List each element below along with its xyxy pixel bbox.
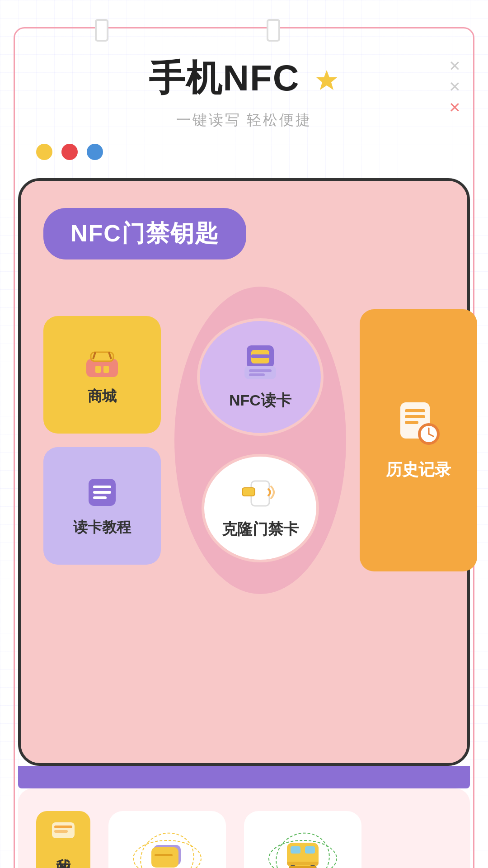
left-column: 商城 读卡教程 bbox=[43, 316, 161, 565]
shop-label: 商城 bbox=[88, 387, 117, 406]
svg-rect-19 bbox=[405, 415, 425, 418]
svg-rect-12 bbox=[244, 366, 276, 379]
svg-rect-20 bbox=[405, 421, 418, 424]
access-card-button[interactable]: 门禁卡 bbox=[108, 811, 226, 868]
clone-button[interactable]: 克隆门禁卡 bbox=[202, 454, 319, 562]
nfc-read-button[interactable]: NFC读卡 bbox=[197, 318, 324, 436]
svg-rect-16 bbox=[242, 488, 255, 496]
nfc-read-icon bbox=[235, 343, 285, 384]
svg-rect-37 bbox=[291, 846, 300, 854]
close-icon-2[interactable]: ✕ bbox=[449, 80, 461, 94]
nfc-read-label: NFC读卡 bbox=[229, 390, 291, 411]
dot-yellow bbox=[36, 144, 52, 160]
svg-rect-8 bbox=[93, 496, 107, 499]
svg-rect-44 bbox=[300, 847, 303, 854]
header-subtitle: 一键读写 轻松便捷 bbox=[0, 110, 488, 130]
my-strip: 我的 bbox=[36, 811, 90, 868]
svg-rect-32 bbox=[155, 854, 173, 856]
phone-area: NFC门禁钥匙 bbox=[18, 178, 470, 766]
svg-rect-27 bbox=[54, 830, 68, 833]
shop-button[interactable]: 商城 bbox=[43, 316, 161, 434]
svg-rect-38 bbox=[305, 846, 315, 854]
svg-rect-31 bbox=[151, 847, 178, 868]
history-label: 历史记录 bbox=[386, 459, 451, 481]
button-grid: 商城 读卡教程 bbox=[43, 287, 445, 608]
header: 手机NFC 一键读写 轻松便捷 bbox=[0, 0, 488, 130]
title-text: 手机NFC bbox=[149, 58, 300, 98]
svg-rect-13 bbox=[249, 369, 272, 372]
center-oval: NFC读卡 克隆门禁卡 bbox=[174, 287, 346, 594]
svg-rect-3 bbox=[95, 366, 101, 373]
page-title: 手机NFC bbox=[0, 54, 488, 103]
svg-rect-4 bbox=[103, 366, 109, 373]
dot-blue bbox=[87, 144, 103, 160]
bus-card-button[interactable]: 公交卡 bbox=[244, 811, 361, 868]
svg-rect-39 bbox=[287, 862, 319, 865]
dot-red bbox=[61, 144, 78, 160]
bus-card-icon bbox=[244, 820, 361, 868]
clone-icon bbox=[238, 476, 283, 513]
svg-rect-45 bbox=[289, 866, 316, 868]
binder-ring-right bbox=[267, 19, 280, 42]
star-icon bbox=[311, 57, 339, 99]
my-strip-icon bbox=[50, 820, 77, 843]
history-button[interactable]: 历史记录 bbox=[360, 309, 477, 571]
svg-rect-14 bbox=[249, 373, 265, 376]
nfc-badge[interactable]: NFC门禁钥匙 bbox=[43, 208, 246, 259]
svg-rect-7 bbox=[93, 491, 111, 494]
bottom-area: 我的 门禁卡 bbox=[18, 788, 470, 868]
dots-row bbox=[0, 130, 488, 174]
right-column: 历史记录 bbox=[360, 309, 477, 571]
tutorial-label: 读卡教程 bbox=[73, 518, 131, 538]
svg-rect-6 bbox=[93, 486, 111, 488]
history-icon bbox=[394, 400, 443, 450]
close-icon-1[interactable]: ✕ bbox=[449, 59, 461, 73]
close-icon-3[interactable]: ✕ bbox=[449, 100, 461, 115]
tutorial-button[interactable]: 读卡教程 bbox=[43, 447, 161, 565]
purple-stripe bbox=[18, 766, 470, 788]
svg-rect-11 bbox=[251, 354, 269, 358]
svg-rect-26 bbox=[54, 826, 72, 828]
shop-icon bbox=[80, 343, 125, 379]
clone-label: 克隆门禁卡 bbox=[222, 519, 299, 540]
access-card-icon bbox=[108, 820, 226, 868]
tutorial-icon bbox=[82, 474, 122, 510]
binder-ring-left bbox=[95, 19, 108, 42]
svg-marker-0 bbox=[316, 70, 337, 90]
my-strip-label: 我的 bbox=[53, 847, 73, 851]
close-icons: ✕ ✕ ✕ bbox=[449, 59, 461, 115]
svg-rect-18 bbox=[405, 409, 425, 412]
